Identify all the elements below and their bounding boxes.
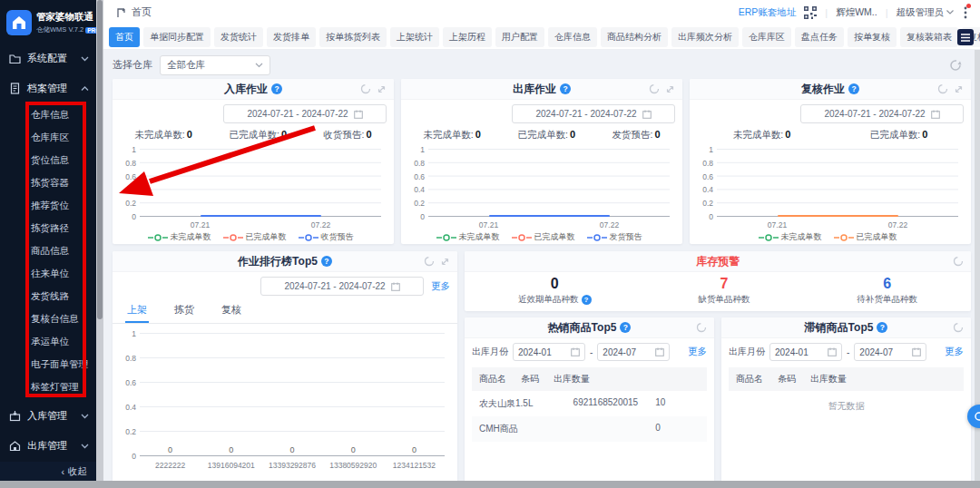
expand-icon[interactable] — [665, 84, 675, 94]
month-to-picker[interactable]: 2024-07 — [597, 343, 670, 361]
page-tab[interactable]: 上架统计 — [390, 27, 439, 47]
help-icon[interactable]: ? — [848, 83, 859, 94]
page-tab[interactable]: 按单拣货列表 — [319, 27, 387, 47]
sidebar-item-outbound-management[interactable]: 出库管理 — [0, 431, 96, 461]
help-icon[interactable]: ? — [620, 322, 631, 333]
page-tab[interactable]: 发货排单 — [267, 27, 316, 47]
outbound-work-panel: 出库作业? 2024-07-21 - 2024-07-22 未完成单数:0已完成… — [401, 79, 682, 244]
expand-icon[interactable] — [954, 84, 964, 94]
more-link[interactable]: 更多 — [688, 346, 707, 358]
sidebar-collapse-button[interactable]: ‹ 收起 — [0, 462, 96, 481]
sidebar-item-system-config[interactable]: 系统配置 — [0, 44, 96, 73]
line-chart: 10.80.60.40.20 07.2107.22 未完成单数已完成单数发货预告 — [405, 147, 673, 244]
sidebar-submenu-item[interactable]: 推荐货位 — [0, 194, 96, 217]
sidebar-submenu-item[interactable]: 拣货路径 — [0, 217, 96, 239]
refresh-icon[interactable] — [953, 256, 964, 267]
scrollbar-thumb[interactable] — [97, 0, 103, 319]
more-menu-icon[interactable] — [962, 6, 969, 19]
date-range-picker[interactable]: 2024-07-21 - 2024-07-22 — [800, 104, 964, 123]
more-link[interactable]: 更多 — [431, 280, 450, 293]
breadcrumb[interactable]: 首页 — [116, 5, 152, 19]
chevron-down-icon — [81, 444, 89, 449]
refresh-icon[interactable] — [949, 59, 962, 72]
sidebar-submenu-item[interactable]: 商品信息 — [0, 239, 96, 262]
sidebar-submenu-item[interactable]: 承运单位 — [0, 330, 96, 353]
page-tab[interactable]: 复核装箱表 — [900, 27, 958, 47]
month-from-picker[interactable]: 2024-01 — [513, 343, 585, 361]
legend-item[interactable]: 已完成单数 — [512, 231, 575, 243]
table-row: 农夫山泉1.5L692116852001510 — [472, 391, 707, 416]
sidebar-item-inbound-management[interactable]: 入库管理 — [0, 401, 96, 431]
legend-item[interactable]: 未完成单数 — [436, 231, 500, 243]
slow-products-panel: 滞销商品Top5? 出库月份 2024-01 - 2024-07 更多 商品名条… — [721, 317, 971, 481]
stat-item: 未完成单数:0 — [423, 129, 481, 142]
date-range-picker[interactable]: 2024-07-21 - 2024-07-22 — [223, 104, 387, 123]
month-from-picker[interactable]: 2024-01 — [769, 343, 842, 361]
warehouse-select[interactable]: 全部仓库 — [160, 55, 270, 75]
more-link[interactable]: 更多 — [945, 346, 964, 358]
date-range-picker[interactable]: 2024-07-21 - 2024-07-22 — [512, 104, 675, 123]
help-icon[interactable]: ? — [877, 322, 887, 333]
table-header-cell: 条码 — [770, 367, 803, 391]
help-icon[interactable]: ? — [271, 83, 282, 94]
help-icon[interactable]: ? — [582, 295, 592, 305]
y-tick: 0.6 — [414, 172, 425, 181]
legend-item[interactable]: 已完成单数 — [834, 231, 897, 243]
sidebar-submenu-item[interactable]: 复核台信息 — [0, 307, 96, 330]
refresh-icon[interactable] — [953, 322, 964, 333]
refresh-icon[interactable] — [937, 83, 948, 94]
sidebar-submenu-item[interactable]: 发货线路 — [0, 285, 96, 307]
sidebar-scrollbar[interactable] — [96, 0, 103, 481]
stat-item: 收货预告:0 — [324, 129, 372, 142]
tab-list-menu-icon[interactable] — [957, 29, 974, 45]
help-icon[interactable]: ? — [321, 256, 332, 267]
sidebar-submenu-item[interactable]: 标签灯管理 — [0, 376, 96, 398]
user-role-menu[interactable]: 超级管理员 — [897, 6, 955, 19]
calendar-icon — [354, 110, 363, 119]
sidebar-submenu-item[interactable]: 货位信息 — [0, 149, 96, 171]
sidebar-submenu-item[interactable]: 仓库库区 — [0, 126, 96, 149]
page-tab[interactable]: 按单复核 — [848, 27, 897, 47]
qr-code-icon[interactable] — [804, 6, 817, 19]
page-tab[interactable]: 仓库库区 — [742, 27, 791, 47]
page-tab[interactable]: 盘点任务 — [795, 27, 844, 47]
sidebar-submenu-item[interactable]: 仓库信息 — [0, 103, 96, 126]
bar-category-label: 13393292876 — [261, 461, 322, 470]
page-tab[interactable]: 出库频次分析 — [671, 27, 739, 47]
ranking-top5-panel: 作业排行榜Top5? 2024-07-21 - 2024-07-22 更多 上架… — [113, 251, 457, 481]
sidebar-submenu-item[interactable]: 拣货容器 — [0, 171, 96, 194]
sidebar-submenu-item[interactable]: 电子面单管理 — [0, 353, 96, 376]
page-tab[interactable]: 用户配置 — [495, 27, 544, 47]
legend-item[interactable]: 已完成单数 — [223, 231, 287, 243]
month-to-picker[interactable]: 2024-07 — [854, 343, 926, 361]
calendar-icon — [642, 110, 652, 119]
refresh-icon[interactable] — [424, 256, 435, 267]
refresh-icon[interactable] — [696, 322, 707, 333]
erp-account-link[interactable]: ERP账套地址 — [739, 6, 797, 19]
refresh-icon[interactable] — [360, 83, 371, 94]
page-tab[interactable]: 仓库信息 — [548, 27, 597, 47]
legend-item[interactable]: 发货预告 — [587, 231, 642, 243]
refresh-icon[interactable] — [649, 83, 660, 94]
sidebar-item-archive-management[interactable]: 档案管理 — [0, 73, 96, 103]
sidebar-submenu-item[interactable]: 往来单位 — [0, 262, 96, 285]
review-work-panel: 复核作业? 2024-07-21 - 2024-07-22 未完成单数:0已完成… — [690, 79, 971, 244]
legend-item[interactable]: 未完成单数 — [148, 231, 211, 243]
legend-item[interactable]: 未完成单数 — [759, 231, 822, 243]
ranking-tab[interactable]: 拣货 — [172, 297, 196, 323]
expand-icon[interactable] — [440, 257, 450, 267]
help-icon[interactable]: ? — [560, 83, 571, 94]
date-range-picker[interactable]: 2024-07-21 - 2024-07-22 — [260, 277, 424, 296]
legend-item[interactable]: 收货预告 — [299, 231, 354, 243]
warehouse-filter-label: 选择仓库 — [113, 58, 152, 72]
page-tab[interactable]: 商品结构分析 — [601, 27, 668, 47]
page-tab[interactable]: 发货统计 — [214, 27, 263, 47]
account-name[interactable]: 辉煌WM.. — [836, 6, 877, 19]
page-tab[interactable]: 首页 — [109, 27, 140, 47]
expand-icon[interactable] — [377, 84, 387, 94]
stat-item: 未完成单数:0 — [134, 129, 192, 142]
page-tab[interactable]: 上架历程 — [443, 27, 492, 47]
page-tab[interactable]: 单据同步配置 — [143, 27, 211, 47]
ranking-tab[interactable]: 复核 — [220, 297, 243, 323]
ranking-tab[interactable]: 上架 — [125, 297, 149, 323]
